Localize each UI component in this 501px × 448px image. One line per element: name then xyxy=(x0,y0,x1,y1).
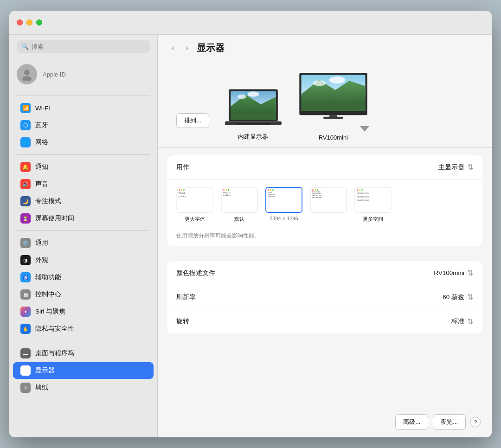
minimize-button[interactable] xyxy=(26,19,32,26)
svg-rect-6 xyxy=(231,114,276,120)
sidebar-item-accessibility[interactable]: ♿ 辅助功能 xyxy=(13,269,154,286)
help-button[interactable]: ? xyxy=(470,417,481,427)
wallpaper-icon: ❊ xyxy=(20,383,31,393)
res-option-more1[interactable]: Here's to the ctroublemakers.ones who se… xyxy=(310,187,347,223)
settings-panel-details: 颜色描述文件 RV100mini ⇅ 刷新率 60 赫兹 ⇅ 旋转 xyxy=(167,261,482,333)
display-option-rv100mini[interactable]: RV100mini xyxy=(297,70,369,141)
arrange-button[interactable]: 排列... xyxy=(176,113,209,128)
sidebar-label-control: 控制中心 xyxy=(35,290,61,299)
night-vision-button[interactable]: 夜览... xyxy=(433,414,466,430)
sidebar-item-control[interactable]: ▦ 控制中心 xyxy=(13,286,154,303)
color-profile-label: 颜色描述文件 xyxy=(176,269,215,277)
res-preview-default: Here's totroublem xyxy=(221,187,258,213)
sidebar-item-bluetooth[interactable]: ⬡ 蓝牙 xyxy=(13,117,154,134)
rotation-value: 标准 xyxy=(451,317,464,326)
appearance-icon: ◑ xyxy=(20,255,31,265)
main-window: 🔍 Apple ID 📶 xyxy=(9,11,492,437)
res-option-current[interactable]: Here's ttroublemaones who 2304 × 1296 xyxy=(265,187,302,223)
laptop-image xyxy=(223,87,283,129)
svg-point-16 xyxy=(313,80,326,86)
selection-triangle xyxy=(360,126,369,132)
apple-id-section[interactable]: Apple ID xyxy=(9,60,157,92)
back-button[interactable]: ‹ xyxy=(169,41,177,55)
bluetooth-icon: ⬡ xyxy=(20,120,31,130)
settings-row-use-as: 用作 主显示器 ⇅ xyxy=(167,155,482,179)
sidebar-label-screentime: 屏幕使用时间 xyxy=(35,214,74,223)
rotation-stepper: ⇅ xyxy=(467,317,473,326)
desktop-icon: ▬ xyxy=(20,348,31,358)
svg-point-0 xyxy=(24,70,30,75)
sidebar-item-wallpaper[interactable]: ❊ 墙纸 xyxy=(13,379,154,396)
sidebar-label-general: 通用 xyxy=(35,239,48,247)
notify-icon: 🔔 xyxy=(20,162,31,172)
res-label-more-space: 更多空间 xyxy=(363,216,383,223)
res-option-larger[interactable]: Here'sto the c 更大字体 xyxy=(176,187,213,223)
content-area: 🔍 Apple ID 📶 xyxy=(9,35,492,437)
svg-rect-10 xyxy=(236,123,270,125)
svg-point-1 xyxy=(22,76,32,81)
settings-panel-main: 用作 主显示器 ⇅ Here'sto t xyxy=(167,155,482,246)
sidebar-item-desktop[interactable]: ▬ 桌面与程序坞 xyxy=(13,345,154,362)
sidebar-item-sound[interactable]: 🔊 声音 xyxy=(13,176,154,192)
search-icon: 🔍 xyxy=(21,43,29,50)
search-input[interactable] xyxy=(32,43,145,50)
sidebar-label-notify: 通知 xyxy=(35,163,48,171)
sidebar-label-wifi: Wi-Fi xyxy=(35,105,50,112)
forward-button[interactable]: › xyxy=(183,41,191,55)
rotation-value-area[interactable]: 标准 ⇅ xyxy=(451,317,473,326)
avatar-icon xyxy=(20,68,33,81)
refresh-rate-value-area[interactable]: 60 赫兹 ⇅ xyxy=(443,293,473,301)
sidebar-item-wifi[interactable]: 📶 Wi-Fi xyxy=(13,100,154,116)
top-bar: ‹ › 显示器 xyxy=(158,35,492,61)
performance-warning: 使用缩放分辨率可能会影响性能。 xyxy=(167,230,482,246)
maximize-button[interactable] xyxy=(36,19,42,26)
monitor-image xyxy=(297,70,369,122)
main-content: ‹ › 显示器 排列... xyxy=(158,35,492,437)
search-bar[interactable]: 🔍 xyxy=(17,40,150,53)
sidebar-label-sound: 声音 xyxy=(35,180,48,188)
sidebar-label-wallpaper: 墙纸 xyxy=(35,384,48,392)
rotation-label: 旋转 xyxy=(176,317,189,326)
svg-point-17 xyxy=(329,77,345,84)
sidebar-label-focus: 专注模式 xyxy=(35,197,61,205)
privacy-icon: ✋ xyxy=(20,324,31,334)
siri-icon: ✦ xyxy=(20,307,31,317)
sidebar-item-network[interactable]: 🌐 网络 xyxy=(13,134,154,151)
divider-4 xyxy=(17,341,150,341)
display-selection-area: 排列... xyxy=(158,61,492,141)
sidebar-item-appearance[interactable]: ◑ 外观 xyxy=(13,252,154,269)
sidebar-section-desktop: ▬ 桌面与程序坞 ☀ 显示器 ❊ 墙纸 xyxy=(9,345,157,396)
close-button[interactable] xyxy=(17,19,23,26)
color-profile-stepper: ⇅ xyxy=(467,269,473,277)
sidebar-item-notify[interactable]: 🔔 通知 xyxy=(13,159,154,175)
advanced-button[interactable]: 高级... xyxy=(395,414,428,430)
screentime-icon: ⏳ xyxy=(20,213,31,224)
refresh-rate-label: 刷新率 xyxy=(176,293,196,301)
sidebar-item-focus[interactable]: 🌙 专注模式 xyxy=(13,193,154,210)
sidebar-item-general[interactable]: ⚙️ 通用 xyxy=(13,235,154,251)
sidebar-item-siri[interactable]: ✦ Siri 与聚焦 xyxy=(13,303,154,320)
use-as-value-area[interactable]: 主显示器 ⇅ xyxy=(438,163,473,172)
sidebar-item-display[interactable]: ☀ 显示器 xyxy=(13,362,154,379)
control-icon: ▦ xyxy=(20,289,31,300)
svg-rect-19 xyxy=(323,117,343,119)
network-icon: 🌐 xyxy=(20,137,31,147)
accessibility-icon: ♿ xyxy=(20,272,31,282)
res-preview-current: Here's ttroublemaones who xyxy=(265,187,302,213)
res-preview-larger: Here'sto the c xyxy=(176,187,213,213)
divider-3 xyxy=(17,230,150,231)
color-profile-value-area[interactable]: RV100mini ⇅ xyxy=(434,269,473,277)
res-label-larger: 更大字体 xyxy=(185,216,205,223)
sidebar-item-screentime[interactable]: ⏳ 屏幕使用时间 xyxy=(13,210,154,227)
divider-2 xyxy=(17,154,150,155)
refresh-rate-value: 60 赫兹 xyxy=(443,293,464,301)
sidebar-item-privacy[interactable]: ✋ 隐私与安全性 xyxy=(13,320,154,337)
use-as-value: 主显示器 xyxy=(438,163,464,172)
sound-icon: 🔊 xyxy=(20,179,31,189)
res-option-default[interactable]: Here's totroublem 默认 xyxy=(221,187,258,223)
sidebar-label-desktop: 桌面与程序坞 xyxy=(35,349,74,358)
sidebar-section-general: ⚙️ 通用 ◑ 外观 ♿ 辅助功能 xyxy=(9,235,157,337)
sidebar-label-bluetooth: 蓝牙 xyxy=(35,121,48,129)
res-option-more-space[interactable]: Here's to the crazy onetroublemakers. Th… xyxy=(354,187,392,223)
display-option-builtin[interactable]: 内建显示器 xyxy=(223,87,283,141)
